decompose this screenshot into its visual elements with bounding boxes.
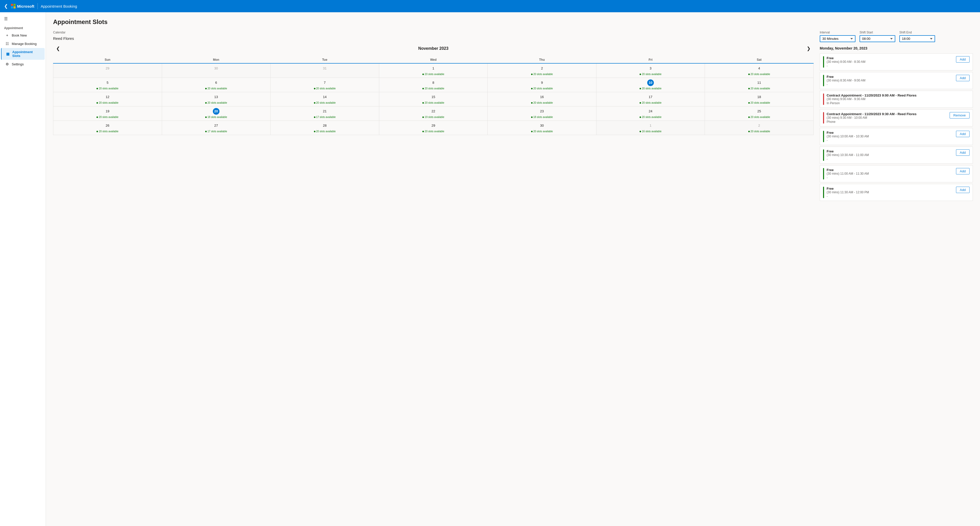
calendar-cell[interactable]: 2520 slots available xyxy=(705,107,814,121)
calendar-cell[interactable]: 1720 slots available xyxy=(596,92,705,107)
calendar-cell[interactable]: 520 slots available xyxy=(53,78,162,92)
sidebar-item-appointment-slots[interactable]: ▦ Appointment Slots xyxy=(1,48,45,60)
sidebar: ☰ Appointment + Book New ☷ Manage Bookin… xyxy=(0,12,46,526)
calendar-cell[interactable]: 1220 slots available xyxy=(53,92,162,107)
calendar-cell[interactable]: 920 slots available xyxy=(488,78,597,92)
slot-time: (30 mins) 11:00 AM - 11:30 AM xyxy=(827,172,956,175)
slot-indicator: 20 slots available xyxy=(706,101,812,104)
calendar-cell[interactable]: 2318 slots available xyxy=(488,107,597,121)
cal-day-num: 29 xyxy=(430,122,437,129)
calendar-cell[interactable]: 2820 slots available xyxy=(270,121,379,135)
cal-day-num: 28 xyxy=(321,122,328,129)
slot-title: Free xyxy=(827,186,956,190)
slot-indicator: 20 slots available xyxy=(597,73,704,76)
calendar-cell[interactable]: 116 slots available xyxy=(596,121,705,135)
next-month-button[interactable]: ❯ xyxy=(805,45,813,53)
calendar-cell[interactable]: 1620 slots available xyxy=(488,92,597,107)
calendar-cell[interactable]: 2717 slots available xyxy=(162,121,270,135)
shift-end-select[interactable]: 18:00 17:00 19:00 xyxy=(899,35,935,42)
cal-day-num: 9 xyxy=(539,80,546,86)
slot-dot-icon xyxy=(314,116,315,118)
calendar-cell[interactable]: 420 slots available xyxy=(705,63,814,78)
calendar-cell[interactable]: 1920 slots available xyxy=(53,107,162,121)
calendar-cell[interactable]: 3020 slots available xyxy=(488,121,597,135)
calendar-cell[interactable]: 320 slots available xyxy=(596,63,705,78)
slot-title: Free xyxy=(827,168,956,172)
back-button[interactable]: ❮ xyxy=(4,3,8,9)
slot-indicator: 20 slots available xyxy=(272,87,378,90)
calendar-cell[interactable]: 220 slots available xyxy=(705,121,814,135)
slot-dot-icon xyxy=(422,131,424,132)
slot-dot-icon xyxy=(531,88,533,89)
calendar-cell[interactable]: 1120 slots available xyxy=(705,78,814,92)
calendar-cell[interactable]: 31 xyxy=(270,63,379,78)
slot-actions: Add xyxy=(956,131,969,137)
slot-add-button[interactable]: Add xyxy=(956,186,969,193)
calendar-cell[interactable]: 1820 slots available xyxy=(705,92,814,107)
slot-indicator: 20 slots available xyxy=(706,73,812,76)
slot-item: Free(30 mins) 11:30 AM - 12:00 PM-Add xyxy=(820,184,973,201)
weekday-wed: Wed xyxy=(379,56,488,63)
slot-count-text: 17 slots available xyxy=(316,116,336,118)
sidebar-item-settings[interactable]: ⚙ Settings xyxy=(1,60,45,68)
shift-start-select[interactable]: 08:00 07:00 09:00 xyxy=(859,35,895,42)
slot-count-text: 20 slots available xyxy=(533,87,553,90)
slot-dot-icon xyxy=(640,73,641,75)
calendar-cell[interactable]: 2420 slots available xyxy=(596,107,705,121)
cal-day-num: 4 xyxy=(756,65,762,72)
calendar-cell[interactable]: 1320 slots available xyxy=(162,92,270,107)
cal-day-num: 22 xyxy=(430,108,437,115)
slot-add-button[interactable]: Add xyxy=(956,168,969,174)
calendar-cell[interactable]: 720 slots available xyxy=(270,78,379,92)
slot-count-text: 20 slots available xyxy=(425,130,444,133)
hamburger-button[interactable]: ☰ xyxy=(0,14,46,24)
slot-indicator: 20 slots available xyxy=(489,73,595,76)
slot-count-text: 20 slots available xyxy=(751,130,770,133)
slot-indicator: 20 slots available xyxy=(380,130,487,133)
calendar-cell[interactable]: 120 slots available xyxy=(379,63,488,78)
slot-time: (30 mins) 10:30 AM - 11:00 AM xyxy=(827,153,956,157)
calendar-nav: ❮ November 2023 ❯ xyxy=(53,45,814,53)
sidebar-item-book-new[interactable]: + Book New xyxy=(1,31,45,39)
month-title: November 2023 xyxy=(418,46,449,51)
slot-add-button[interactable]: Add xyxy=(956,149,969,156)
sidebar-item-manage-booking[interactable]: ☷ Manage Booking xyxy=(1,40,45,48)
slot-indicator: 20 slots available xyxy=(597,87,704,90)
calendar-person: Reed Flores xyxy=(53,36,74,41)
cal-day-num: 8 xyxy=(430,80,437,86)
slot-detail: In Person xyxy=(827,101,969,105)
slot-remove-button[interactable]: Remove xyxy=(950,112,969,118)
calendar-cell[interactable]: 29 xyxy=(53,63,162,78)
calendar-cell[interactable]: 2620 slots available xyxy=(53,121,162,135)
calendar-cell[interactable]: 220 slots available xyxy=(488,63,597,78)
weekday-thu: Thu xyxy=(488,56,597,63)
slot-dot-icon xyxy=(640,102,641,104)
selected-date-label: Monday, November 20, 2023 xyxy=(820,46,973,50)
slot-add-button[interactable]: Add xyxy=(956,75,969,81)
slot-content: Contract Appointment - 11/20/2023 9:30 A… xyxy=(827,112,950,124)
slot-indicator: 20 slots available xyxy=(163,101,269,104)
calendar-week-4: 2620 slots available2717 slots available… xyxy=(53,121,814,135)
slot-count-text: 16 slots available xyxy=(642,130,662,133)
slot-add-button[interactable]: Add xyxy=(956,131,969,137)
calendar-cell[interactable]: 2018 slots available xyxy=(162,107,270,121)
prev-month-button[interactable]: ❮ xyxy=(54,45,62,53)
calendar-cell[interactable]: 1020 slots available xyxy=(596,78,705,92)
slot-count-text: 20 slots available xyxy=(751,101,770,104)
calendar-cell[interactable]: 1420 slots available xyxy=(270,92,379,107)
slot-title: Free xyxy=(827,149,956,153)
calendar-header: Calendar xyxy=(53,31,814,34)
interval-select[interactable]: 30 Minutes 15 Minutes 60 Minutes xyxy=(820,35,856,42)
cal-day-num: 31 xyxy=(321,65,328,72)
calendar-cell[interactable]: 1520 slots available xyxy=(379,92,488,107)
calendar-cell[interactable]: 620 slots available xyxy=(162,78,270,92)
slot-dot-icon xyxy=(314,102,315,104)
calendar-cell[interactable]: 2117 slots available xyxy=(270,107,379,121)
slot-item: Free(30 mins) 8:00 AM - 8:30 AM-Add xyxy=(820,53,973,70)
calendar-cell[interactable]: 820 slots available xyxy=(379,78,488,92)
slot-add-button[interactable]: Add xyxy=(956,56,969,62)
app-layout: ☰ Appointment + Book New ☷ Manage Bookin… xyxy=(0,12,980,526)
calendar-cell[interactable]: 2920 slots available xyxy=(379,121,488,135)
calendar-cell[interactable]: 2219 slots available xyxy=(379,107,488,121)
calendar-cell[interactable]: 30 xyxy=(162,63,270,78)
